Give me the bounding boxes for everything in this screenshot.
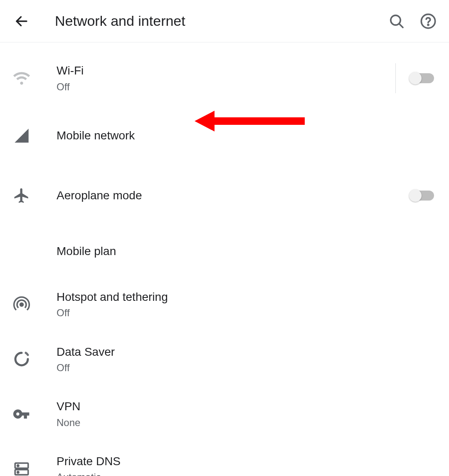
item-content: Mobile network (57, 128, 434, 143)
svg-point-8 (17, 465, 19, 466)
search-icon (388, 13, 405, 30)
back-arrow-icon (14, 14, 29, 29)
item-title: Data Saver (57, 345, 434, 359)
settings-item-private-dns[interactable]: Private DNS Automatic (0, 441, 449, 476)
search-button[interactable] (388, 13, 405, 30)
item-trailing (411, 191, 434, 201)
item-subtitle: Automatic (57, 471, 434, 476)
back-button[interactable] (8, 8, 35, 35)
settings-item-wifi[interactable]: Wi-Fi Off (0, 51, 449, 106)
item-content: Hotspot and tethering Off (57, 290, 434, 320)
help-icon (420, 13, 437, 30)
item-content: Mobile plan (57, 244, 434, 259)
wifi-toggle[interactable] (411, 73, 434, 83)
header: Network and internet (0, 0, 449, 42)
airplane-icon (8, 182, 35, 209)
settings-item-vpn[interactable]: VPN None (0, 387, 449, 441)
wifi-icon (8, 65, 35, 92)
item-subtitle: None (57, 416, 434, 429)
data-saver-icon (8, 346, 35, 372)
item-content: Wi-Fi Off (57, 63, 395, 93)
item-content: Data Saver Off (57, 345, 434, 374)
divider (395, 63, 396, 93)
header-actions (388, 13, 437, 30)
dns-icon (8, 456, 35, 476)
settings-item-data-saver[interactable]: Data Saver Off (0, 332, 449, 387)
item-content: VPN None (57, 399, 434, 429)
item-title: Aeroplane mode (57, 188, 411, 203)
item-trailing (395, 63, 434, 93)
vpn-key-icon (8, 401, 35, 427)
hotspot-icon (8, 291, 35, 318)
settings-item-aeroplane-mode[interactable]: Aeroplane mode (0, 166, 449, 226)
mobile-plan-icon (8, 238, 35, 265)
item-title: Mobile plan (57, 244, 434, 259)
item-subtitle: Off (57, 361, 434, 374)
aeroplane-toggle[interactable] (411, 191, 434, 201)
item-subtitle: Off (57, 306, 434, 319)
help-button[interactable] (420, 13, 437, 30)
item-title: VPN (57, 399, 434, 414)
item-content: Private DNS Automatic (57, 454, 434, 476)
item-title: Hotspot and tethering (57, 290, 434, 305)
settings-item-mobile-plan[interactable]: Mobile plan (0, 226, 449, 277)
settings-item-hotspot[interactable]: Hotspot and tethering Off (0, 277, 449, 332)
svg-point-9 (17, 471, 19, 473)
item-content: Aeroplane mode (57, 188, 411, 203)
item-title: Wi-Fi (57, 63, 395, 78)
item-title: Private DNS (57, 454, 434, 469)
svg-point-4 (428, 24, 429, 25)
settings-list: Wi-Fi Off Mobile network Aeroplane mode (0, 42, 449, 476)
svg-line-2 (399, 24, 403, 27)
page-title: Network and internet (55, 13, 388, 29)
svg-point-5 (20, 303, 23, 306)
item-title: Mobile network (57, 128, 434, 143)
signal-icon (8, 122, 35, 149)
item-subtitle: Off (57, 80, 395, 93)
settings-item-mobile-network[interactable]: Mobile network (0, 106, 449, 166)
